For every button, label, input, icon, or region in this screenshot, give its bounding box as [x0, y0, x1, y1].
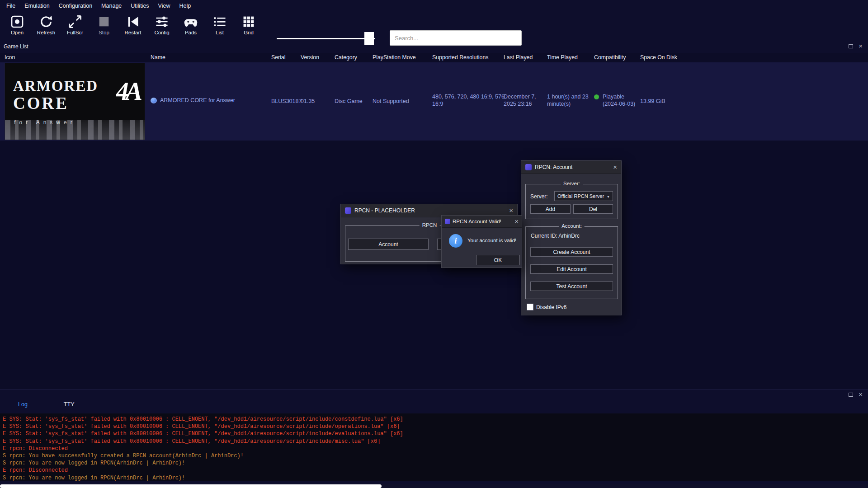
float-icon[interactable] [849, 44, 853, 48]
info-icon [449, 234, 462, 248]
test-account-button[interactable]: Test Account [530, 282, 613, 291]
message-box-title: RPCN Account Valid! [453, 219, 512, 224]
game-row[interactable]: ARMORED CORE 4A for Answer ARMORED CORE … [0, 62, 868, 141]
open-button[interactable]: Open [3, 14, 32, 35]
cell-last-played: December 7, 2025 23:16 [504, 93, 545, 108]
column-header-name[interactable]: Name [151, 54, 165, 61]
log-line: S rpcn: You are now logged in RPCN(Arhin… [3, 460, 865, 467]
close-icon[interactable] [613, 164, 617, 170]
fullscreen-icon [68, 14, 82, 29]
column-header-category[interactable]: Category [335, 54, 357, 61]
restart-button[interactable]: Restart [118, 14, 147, 35]
cover-title-line1: ARMORED [13, 79, 98, 94]
cover-mech-artwork [5, 120, 145, 140]
edit-account-button[interactable]: Edit Account [530, 264, 613, 274]
log-view[interactable]: E SYS: Stat: 'sys_fs_stat' failed with 0… [0, 413, 868, 481]
log-line: E rpcn: Disconnected [3, 445, 865, 452]
config-icon [155, 14, 169, 29]
stop-button[interactable]: Stop [90, 14, 118, 35]
menu-configuration[interactable]: Configuration [54, 1, 97, 10]
cover-title-line2: CORE [13, 95, 69, 112]
rpcn-account-titlebar[interactable]: RPCN: Account [521, 161, 621, 174]
icon-size-slider[interactable] [277, 38, 375, 39]
rpcs3-app-icon [525, 164, 532, 170]
cell-serial: BLUS30187 [271, 98, 302, 105]
column-header-time-played[interactable]: Time Played [547, 54, 578, 61]
close-icon[interactable] [514, 219, 519, 224]
menu-manage[interactable]: Manage [97, 1, 126, 10]
column-header-compatibility[interactable]: Compatibility [594, 54, 626, 61]
menu-file[interactable]: File [2, 1, 20, 10]
grid-view-label: Grid [244, 30, 254, 35]
list-view-button[interactable]: List [205, 14, 234, 35]
create-account-button[interactable]: Create Account [530, 247, 613, 257]
column-header-supported-resolutions[interactable]: Supported Resolutions [432, 54, 488, 61]
game-table-header: Icon Name Serial Version Category PlaySt… [0, 53, 868, 62]
column-header-space-on-disk[interactable]: Space On Disk [640, 54, 677, 61]
game-cover-art: ARMORED CORE 4A for Answer [5, 63, 145, 140]
del-server-button[interactable]: Del [573, 204, 613, 214]
log-tabs: Log TTY [18, 401, 74, 408]
config-button[interactable]: Config [147, 14, 176, 35]
menu-emulation[interactable]: Emulation [20, 1, 54, 10]
pads-button[interactable]: Pads [176, 14, 205, 35]
server-selected-value: Official RPCN Server [557, 193, 605, 199]
close-icon[interactable] [509, 208, 513, 213]
close-icon[interactable] [859, 392, 863, 397]
menu-bar: File Emulation Configuration Manage Util… [0, 0, 868, 12]
close-icon[interactable] [859, 43, 863, 49]
compatibility-status-dot [594, 94, 599, 99]
game-name: ARMORED CORE for Answer [160, 97, 235, 104]
refresh-button[interactable]: Refresh [32, 14, 61, 35]
stop-label: Stop [99, 30, 109, 35]
cover-emblem: 4A [116, 79, 139, 104]
cell-time-played: 1 hour(s) and 23 minute(s) [547, 93, 594, 108]
message-box-titlebar[interactable]: RPCN Account Valid! [442, 216, 522, 228]
column-header-icon[interactable]: Icon [5, 54, 15, 61]
column-header-playstation-move[interactable]: PlayStation Move [373, 54, 416, 61]
stop-icon [97, 14, 111, 29]
column-header-serial[interactable]: Serial [271, 54, 285, 61]
cell-version: 01.35 [301, 98, 315, 105]
log-line: S rpcn: You are now logged in RPCN(Arhin… [3, 474, 865, 481]
menu-view[interactable]: View [154, 1, 175, 10]
server-select[interactable]: Official RPCN Server [554, 191, 613, 201]
grid-view-button[interactable]: Grid [234, 14, 263, 35]
cell-playstation-move: Not Supported [373, 98, 409, 105]
log-line: S rpcn: You have successfully created a … [3, 452, 865, 460]
rpcn-placeholder-title: RPCN - PLACEHOLDER [354, 207, 506, 214]
float-icon[interactable] [849, 393, 853, 397]
pads-label: Pads [185, 30, 197, 35]
menu-help[interactable]: Help [175, 1, 195, 10]
rpcs3-app-icon [445, 219, 450, 224]
cell-name: ARMORED CORE for Answer [151, 97, 235, 104]
column-header-version[interactable]: Version [301, 54, 319, 61]
column-header-last-played[interactable]: Last Played [504, 54, 533, 61]
ok-button[interactable]: OK [476, 255, 520, 265]
list-view-label: List [216, 30, 224, 35]
tab-log[interactable]: Log [18, 401, 28, 408]
compatibility-text: Playable (2024-06-03) [603, 93, 641, 108]
restart-label: Restart [124, 30, 141, 35]
current-id-label: Current ID: ArhinDrc [531, 233, 580, 239]
open-label: Open [11, 30, 24, 35]
fullscreen-button[interactable]: FullScr [61, 14, 90, 35]
cell-supported-resolutions: 480, 576, 720, 480 16:9, 576 16:9 [432, 93, 510, 108]
config-label: Config [154, 30, 169, 35]
log-dock: Log TTY E SYS: Stat: 'sys_fs_stat' faile… [0, 389, 868, 488]
log-scrollbar-handle[interactable] [0, 484, 382, 488]
log-line: E SYS: Stat: 'sys_fs_stat' failed with 0… [3, 423, 865, 430]
rpcn-account-title: RPCN: Account [535, 164, 610, 170]
add-server-button[interactable]: Add [530, 204, 571, 214]
toolbar: Open Refresh FullScr Stop [0, 12, 868, 42]
disc-icon [151, 98, 157, 103]
account-group-label: Account: [559, 223, 585, 229]
log-horizontal-scrollbar[interactable] [0, 484, 868, 488]
menu-utilities[interactable]: Utilities [126, 1, 153, 10]
pads-icon [184, 14, 198, 29]
chevron-down-icon [607, 193, 610, 199]
disable-ipv6-checkbox[interactable] [527, 304, 533, 310]
account-button[interactable]: Account [348, 239, 429, 250]
cell-space-on-disk: 13.99 GiB [640, 98, 665, 105]
tab-tty[interactable]: TTY [64, 401, 75, 408]
